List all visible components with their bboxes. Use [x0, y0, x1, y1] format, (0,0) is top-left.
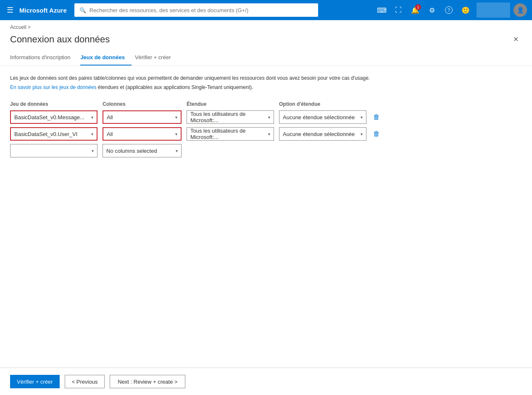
- new-columns-dropdown[interactable]: No columns selected ▾: [103, 144, 182, 157]
- user-block[interactable]: [477, 3, 510, 18]
- tab-verify[interactable]: Vérifier + créer: [135, 50, 178, 65]
- scope-value-1: Tous les utilisateurs de Microsoft:...: [190, 111, 268, 123]
- cloud-shell-icon: ⌨: [377, 6, 387, 14]
- info-text-2-rest: étendues et (applicables aux application…: [98, 84, 253, 90]
- feedback-icon: 🙂: [461, 6, 470, 14]
- chevron-down-icon: ▾: [268, 115, 270, 120]
- page-title: Connexion aux données: [10, 34, 110, 45]
- chevron-down-icon: ▾: [91, 115, 93, 120]
- chevron-down-icon: ▾: [175, 115, 177, 120]
- table-row: BasicDataSet_v0.Message... ▾ All ▾ Tous …: [10, 110, 522, 124]
- trash-icon: 🗑: [373, 130, 380, 138]
- info-text-2: En savoir plus sur les jeux de données é…: [10, 84, 522, 91]
- header-columns: Colonnes: [103, 101, 187, 107]
- scope-option-dropdown-1[interactable]: Aucune étendue sélectionnée ▾: [279, 110, 366, 124]
- feedback-button[interactable]: 🙂: [458, 3, 473, 18]
- delete-row-2-button[interactable]: 🗑: [370, 127, 383, 141]
- app-title: Microsoft Azure: [19, 7, 67, 14]
- settings-icon: ⚙: [429, 6, 435, 14]
- header-scope-option: Option d'étendue: [279, 101, 371, 107]
- tab-datasets[interactable]: Jeux de données: [80, 50, 131, 65]
- hamburger-icon[interactable]: ☰: [5, 4, 15, 16]
- spacer: [0, 267, 532, 367]
- columns-dropdown-1[interactable]: All ▾: [103, 110, 182, 124]
- header-scope: Étendue: [187, 101, 279, 107]
- scope-option-value-1: Aucune étendue sélectionnée: [283, 114, 355, 120]
- previous-button[interactable]: < Previous: [65, 375, 105, 388]
- scope-dropdown-1[interactable]: Tous les utilisateurs de Microsoft:... ▾: [187, 110, 274, 124]
- topnav: ☰ Microsoft Azure 🔍 ⌨ ⛶ 🔔 1 ⚙ ? 🙂 👤: [0, 0, 532, 20]
- chevron-down-icon: ▾: [361, 132, 363, 136]
- no-columns-label: No columns selected: [106, 148, 157, 154]
- chevron-down-icon: ▾: [175, 132, 177, 136]
- directory-button[interactable]: ⛶: [391, 3, 406, 18]
- trash-icon: 🗑: [373, 113, 380, 121]
- notification-badge: 1: [415, 4, 421, 10]
- cloud-shell-button[interactable]: ⌨: [374, 3, 389, 18]
- help-button[interactable]: ?: [441, 3, 456, 18]
- add-row: ▾ No columns selected ▾: [10, 144, 522, 157]
- notification-button[interactable]: 🔔 1: [408, 3, 423, 18]
- chevron-down-icon: ▾: [268, 132, 270, 136]
- delete-row-1-button[interactable]: 🗑: [370, 110, 383, 124]
- main-container: Accueil > Connexion aux données ✕ Inform…: [0, 20, 532, 395]
- dataset-dropdown-2[interactable]: BasicDataSet_v0.User_VI ▾: [10, 127, 97, 141]
- chevron-down-icon: ▾: [361, 115, 363, 120]
- info-link[interactable]: En savoir plus sur les jeux de données: [10, 84, 96, 90]
- tabs: Informations d'inscription Jeux de donné…: [0, 50, 532, 66]
- breadcrumb: Accueil >: [0, 20, 532, 32]
- search-input[interactable]: [90, 7, 313, 13]
- chevron-down-icon: ▾: [92, 149, 94, 153]
- content: Les jeux de données sont des paires tabl…: [0, 66, 532, 267]
- info-text-1: Les jeux de données sont des paires tabl…: [10, 74, 522, 82]
- columns-value-1: All: [107, 114, 113, 120]
- header-dataset: Jeu de données: [10, 101, 103, 107]
- close-button[interactable]: ✕: [510, 34, 522, 45]
- footer: Vérifier + créer < Previous Next : Revie…: [0, 368, 532, 395]
- search-icon: 🔍: [79, 7, 86, 13]
- scope-dropdown-2[interactable]: Tous les utilisateurs de Microsoft:... ▾: [187, 127, 274, 141]
- table-row: BasicDataSet_v0.User_VI ▾ All ▾ Tous les…: [10, 127, 522, 141]
- new-dataset-dropdown[interactable]: ▾: [10, 144, 97, 157]
- avatar-icon: 👤: [517, 7, 524, 13]
- scope-option-value-2: Aucune étendue sélectionnée: [283, 131, 355, 137]
- next-button[interactable]: Next : Review + create >: [110, 375, 185, 388]
- avatar[interactable]: 👤: [514, 3, 527, 17]
- scope-option-dropdown-2[interactable]: Aucune étendue sélectionnée ▾: [279, 127, 366, 141]
- scope-value-2: Tous les utilisateurs de Microsoft:...: [190, 128, 268, 140]
- search-bar[interactable]: 🔍: [74, 3, 318, 17]
- dataset-value-1: BasicDataSet_v0.Message...: [14, 114, 84, 120]
- topnav-icons: ⌨ ⛶ 🔔 1 ⚙ ? 🙂 👤: [374, 3, 527, 18]
- help-icon: ?: [445, 6, 453, 14]
- chevron-down-icon: ▾: [176, 149, 178, 153]
- columns-dropdown-2[interactable]: All ▾: [103, 127, 182, 141]
- dataset-value-2: BasicDataSet_v0.User_VI: [14, 131, 77, 137]
- table-header-row: Jeu de données Colonnes Étendue Option d…: [10, 101, 522, 110]
- chevron-down-icon: ▾: [91, 132, 93, 136]
- verify-create-button[interactable]: Vérifier + créer: [10, 375, 60, 388]
- breadcrumb-text: Accueil >: [10, 24, 31, 30]
- columns-value-2: All: [107, 131, 113, 137]
- tab-inscription[interactable]: Informations d'inscription: [10, 50, 77, 65]
- dataset-dropdown-1[interactable]: BasicDataSet_v0.Message... ▾: [10, 110, 97, 124]
- directory-icon: ⛶: [395, 6, 402, 14]
- settings-button[interactable]: ⚙: [424, 3, 440, 18]
- dataset-table: Jeu de données Colonnes Étendue Option d…: [10, 101, 522, 157]
- page-title-row: Connexion aux données ✕: [0, 32, 532, 50]
